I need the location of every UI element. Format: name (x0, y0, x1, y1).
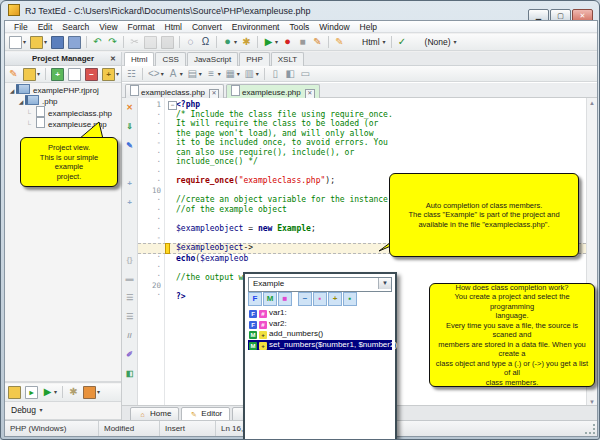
filetype-tab-css[interactable]: CSS (155, 52, 185, 66)
member-item[interactable]: M+add_numbers() (248, 329, 392, 340)
public-filter-button[interactable]: + (328, 292, 342, 306)
methods-filter-button[interactable]: M (263, 292, 277, 306)
list-b-icon[interactable]: ☰ (124, 311, 136, 323)
run-button[interactable]: ▶▾ (262, 35, 279, 49)
doc-a-icon[interactable] (124, 216, 136, 228)
protected-filter-button[interactable]: ▪ (313, 292, 327, 306)
highlighter-select-button[interactable]: Html▾ (348, 35, 387, 49)
project-edit-button[interactable]: ✎ (7, 67, 20, 81)
frame-tags-button[interactable]: ▥▾ (243, 67, 260, 81)
table-tags-button[interactable]: ▦▾ (224, 67, 241, 81)
fold-collapse-icon[interactable]: − (168, 101, 177, 110)
add-file-button[interactable]: + (50, 67, 65, 81)
properties-filter-button[interactable]: ■ (278, 292, 292, 306)
close-doc-icon[interactable]: ✕ (124, 102, 136, 114)
class-combobox[interactable]: Example ▼ (248, 277, 392, 292)
editor-tab-exampleclass.php[interactable]: exampleclass.php✕ (125, 84, 224, 98)
collapse-icon[interactable]: ▬ (124, 273, 136, 285)
open-file-button[interactable]: ▾ (29, 35, 48, 49)
comment-button[interactable]: ◧ (284, 67, 297, 81)
new-file-button[interactable]: ▾ (8, 35, 27, 49)
blank-page-icon[interactable] (124, 159, 136, 171)
panel-close-icon[interactable]: ✕ (108, 54, 118, 64)
filetype-tab-php[interactable]: PHP (239, 52, 269, 66)
project-open-button[interactable]: ▾ (22, 67, 41, 81)
remove-file-button[interactable]: − (84, 67, 99, 81)
editor-tab-exampleuse.php[interactable]: exampleuse.php✕ (226, 84, 320, 98)
options-button[interactable]: ✱ (240, 35, 253, 49)
member-item[interactable]: F#var1: (248, 308, 392, 319)
title-bar[interactable]: RJ TextEd - C:\Users\Rickard\Documents\S… (1, 1, 599, 20)
published-filter-button[interactable]: ▪ (343, 292, 357, 306)
structure-button[interactable]: ☷ (125, 67, 138, 81)
line-number: · (138, 157, 164, 167)
cut-button[interactable]: ✂ (128, 35, 141, 49)
undo-button[interactable]: ↶ (91, 35, 104, 49)
save-button[interactable] (50, 35, 65, 49)
special-chars-button[interactable]: Ω (199, 35, 212, 49)
run-file-button[interactable]: ▸ (24, 385, 39, 399)
run-button[interactable]: ▶▾ (41, 385, 58, 399)
list-tags-button[interactable]: ≡▾ (205, 67, 222, 81)
menu-convert[interactable]: Convert (187, 21, 227, 33)
copy-lines-icon[interactable]: + (124, 178, 136, 190)
open-log-button[interactable]: ✎ (311, 35, 324, 49)
braces-icon[interactable]: {} (124, 254, 136, 266)
menu-edit[interactable]: Edit (33, 21, 58, 33)
menu-format[interactable]: Format (123, 21, 160, 33)
tree-expand-icon[interactable]: ◢ (17, 97, 25, 108)
record-macro-button[interactable]: ● (281, 35, 294, 49)
paste-button[interactable] (160, 35, 175, 49)
debug-selector[interactable]: Debug ▾ (7, 403, 67, 417)
browser-preview-button[interactable]: ●▾ (221, 35, 238, 49)
tree-item[interactable]: ◢.php (5, 95, 121, 106)
pen-icon[interactable]: ✎ (124, 140, 136, 152)
inline-tags-button[interactable]: <>▾ (147, 67, 165, 81)
menu-environment[interactable]: Environment (227, 21, 285, 33)
form-button[interactable]: ▭ (299, 67, 312, 81)
fields-filter-button[interactable]: F (248, 292, 262, 306)
resize-grip[interactable] (585, 424, 595, 434)
menu-html[interactable]: Html (160, 21, 187, 33)
dictionary-select-button[interactable]: (None)▾ (411, 35, 458, 49)
spell-check-button[interactable]: ✓ (396, 35, 409, 49)
find-button[interactable]: ◌ (184, 35, 197, 49)
copy-button[interactable] (143, 35, 158, 49)
highlighter-button[interactable]: ✎ (333, 35, 346, 49)
list-a-icon[interactable]: ☰ (124, 292, 136, 304)
filetype-tab-xslt[interactable]: XSLT (271, 52, 304, 66)
document-tags-button[interactable]: ▤▾ (186, 67, 203, 81)
stop-button[interactable]: ■ (296, 35, 309, 49)
menu-search[interactable]: Search (57, 21, 94, 33)
open-folder-button[interactable] (7, 385, 22, 399)
menu-file[interactable]: File (9, 21, 33, 33)
menu-view[interactable]: View (94, 21, 122, 33)
menu-window[interactable]: Window (314, 21, 354, 33)
tree-item[interactable]: ◢examplePHP.rjproj (5, 84, 121, 95)
scroll-up-icon[interactable]: ▲ (587, 98, 597, 108)
panel-splitter[interactable] (5, 381, 121, 383)
save-all-button[interactable] (67, 35, 82, 49)
filetype-tab-html[interactable]: Html (124, 52, 154, 66)
member-item[interactable]: M+set_numbers($number1, $number2) (248, 340, 392, 351)
tools-button[interactable]: ✱ (67, 385, 80, 399)
add-folder-button[interactable]: +▾ (101, 67, 120, 81)
comment-toggle-icon[interactable]: // (124, 330, 136, 342)
menu-tools[interactable]: Tools (284, 21, 314, 33)
redo-button[interactable]: ↷ (106, 35, 119, 49)
new-file-button[interactable] (67, 67, 82, 81)
doc-b-icon[interactable] (124, 235, 136, 247)
deploy-button[interactable]: ▾ (82, 385, 101, 399)
menu-help[interactable]: Help (355, 21, 382, 33)
chevron-down-icon[interactable]: ▼ (378, 278, 391, 289)
font-style-button[interactable]: A▾ (167, 67, 184, 81)
tree-expand-icon[interactable]: ◢ (8, 86, 16, 97)
member-item[interactable]: F#var2: (248, 319, 392, 330)
paste-lines-icon[interactable]: + (124, 197, 136, 209)
exit-panel-icon[interactable]: ◧ (124, 368, 136, 380)
columns-button[interactable]: ▯ (269, 67, 282, 81)
private-filter-button[interactable]: − (298, 292, 312, 306)
import-doc-icon[interactable]: ⇓ (124, 121, 136, 133)
filetype-tab-javascript[interactable]: JavaScript (187, 52, 238, 66)
brush-icon[interactable]: ✐ (124, 349, 136, 361)
